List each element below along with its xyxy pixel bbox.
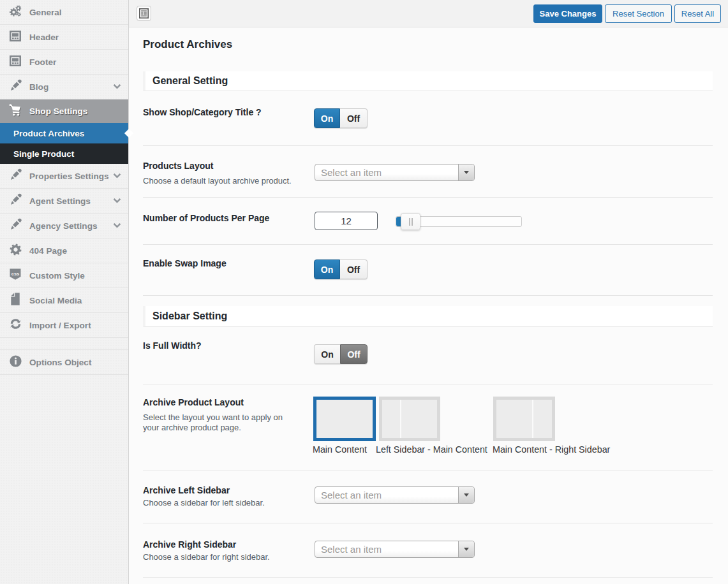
svg-text:css: css	[11, 271, 20, 277]
